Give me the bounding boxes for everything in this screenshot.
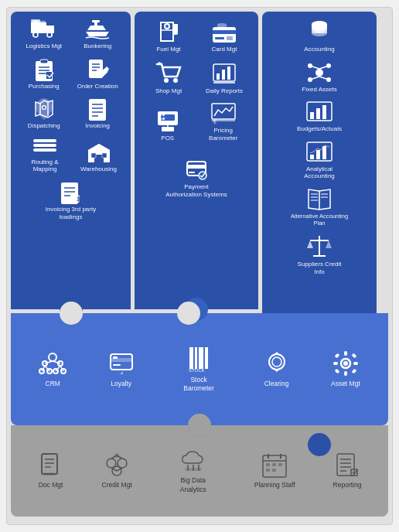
credit-mgt-item: Credit Mgt — [102, 452, 132, 489]
crm-label: CRM — [46, 380, 60, 388]
shop-mgt-label: Shop Mgt — [155, 87, 182, 95]
left-row-3: Dispatching Invoicing — [17, 97, 124, 130]
pos-label: POS — [161, 135, 174, 142]
svg-rect-133 — [333, 362, 338, 365]
bunkering-item: Bunkering — [77, 19, 119, 50]
card-mgt-item: Card Mgt — [203, 22, 246, 53]
crm-icon — [39, 350, 66, 377]
svg-rect-13 — [40, 60, 48, 63]
asset-mgt-item: Asset Mgt — [331, 350, 360, 388]
svg-rect-90 — [316, 108, 320, 119]
svg-rect-93 — [310, 155, 314, 159]
doc-icon — [38, 452, 64, 479]
daily-reports-label: Daily Reports — [206, 87, 243, 95]
svg-rect-49 — [215, 37, 224, 39]
svg-rect-94 — [316, 150, 320, 159]
mid-row-1: Fuel Mgt Card Mgt — [141, 19, 252, 53]
invoicing3rd-label: Invoicing 3rd party loadings — [36, 206, 106, 220]
order-creation-label: Order Creation — [77, 83, 118, 90]
pos-icon — [155, 110, 180, 133]
dispatching-item: Dispatching — [22, 97, 65, 130]
svg-rect-9 — [32, 20, 39, 25]
doc-mgt-label: Doc Mgt — [39, 481, 63, 489]
svg-rect-122 — [189, 347, 193, 369]
purchasing-item: Purchasing — [22, 58, 65, 90]
svg-rect-137 — [334, 369, 339, 374]
svg-point-52 — [173, 78, 178, 83]
svg-rect-26 — [89, 99, 106, 121]
pricing-barometer-label: Pricing Barometer — [200, 127, 247, 142]
fixed-assets-item: Fixed Assets — [298, 61, 341, 94]
routing-icon — [33, 138, 56, 157]
svg-rect-56 — [227, 66, 230, 80]
svg-rect-143 — [44, 472, 55, 476]
reporting-icon — [334, 452, 360, 479]
svg-rect-161 — [272, 469, 276, 472]
stock-item: STOCK Stock Barometer — [176, 346, 222, 393]
svg-rect-121 — [113, 356, 118, 359]
warehouse-icon — [87, 142, 111, 164]
loyalty-label: Loyalty — [111, 380, 131, 388]
svg-rect-70 — [189, 172, 195, 173]
mid-row-3: POS € Pricing Barometer — [141, 102, 252, 142]
right-row-5: Alternative Accounting Plan — [268, 188, 370, 227]
analytical-item: Analytical Accounting — [296, 141, 343, 180]
right-row-3: Budgets/Actuals — [268, 101, 370, 133]
routing-label: Routing & Mapping — [22, 159, 68, 173]
svg-rect-132 — [344, 371, 347, 376]
svg-point-8 — [47, 32, 52, 37]
crm-item: CRM — [39, 350, 66, 388]
svg-rect-125 — [205, 347, 208, 369]
svg-point-78 — [312, 30, 327, 36]
svg-rect-95 — [322, 146, 326, 159]
right-row-6: Suppliers Credit Info — [268, 234, 370, 275]
svg-text:€: € — [213, 119, 217, 124]
svg-rect-45 — [173, 24, 178, 35]
svg-point-127 — [269, 354, 285, 370]
doc-edit-icon — [86, 58, 109, 81]
svg-rect-50 — [227, 36, 233, 40]
loyalty-icon — [107, 350, 135, 377]
clearing-label: Clearing — [264, 380, 289, 388]
payment-icon — [184, 157, 209, 182]
svg-rect-33 — [33, 139, 56, 142]
fixed-assets-label: Fixed Assets — [302, 86, 336, 94]
fuel-mgt-item: Fuel Mgt — [148, 19, 190, 53]
svg-rect-120 — [113, 364, 121, 366]
svg-point-128 — [272, 357, 281, 367]
svg-rect-32 — [33, 148, 56, 152]
purchasing-label: Purchasing — [29, 83, 60, 90]
doc-mgt-item: Doc Mgt — [38, 452, 64, 489]
ship-icon — [84, 19, 111, 41]
routing-item: Routing & Mapping — [22, 138, 68, 173]
svg-rect-91 — [322, 105, 326, 119]
invoice-icon — [86, 97, 109, 121]
invoice3-icon: 3 — [60, 181, 83, 204]
budgets-item: Budgets/Actuals — [297, 101, 342, 133]
clearing-item: Clearing — [263, 350, 291, 388]
svg-rect-55 — [222, 70, 225, 80]
svg-rect-60 — [159, 118, 162, 120]
bottom-top-notch — [188, 414, 211, 437]
svg-rect-159 — [278, 463, 282, 466]
cart-icon — [155, 61, 182, 86]
logistics-label: Logistics Mgt — [26, 43, 62, 50]
fuel-mgt-label: Fuel Mgt — [156, 46, 180, 53]
budgets-icon — [305, 101, 333, 124]
svg-rect-131 — [344, 351, 347, 356]
analytical-label: Analytical Accounting — [296, 165, 343, 180]
bigdata-icon — [179, 448, 208, 474]
svg-rect-124 — [199, 347, 203, 369]
suppliers-icon — [305, 234, 333, 259]
analytical-icon — [305, 141, 333, 164]
big-data-label: Big Data Analytics — [170, 476, 217, 493]
card-mgt-label: Card Mgt — [212, 46, 237, 53]
order-creation-item: Order Creation — [77, 58, 119, 90]
map-icon — [32, 97, 56, 121]
alt-accounting-icon — [305, 188, 333, 211]
svg-rect-54 — [217, 73, 220, 80]
invoicing-item: Invoicing — [77, 97, 119, 130]
svg-rect-158 — [272, 463, 276, 466]
truck-icon — [31, 19, 57, 41]
svg-marker-36 — [88, 144, 110, 150]
